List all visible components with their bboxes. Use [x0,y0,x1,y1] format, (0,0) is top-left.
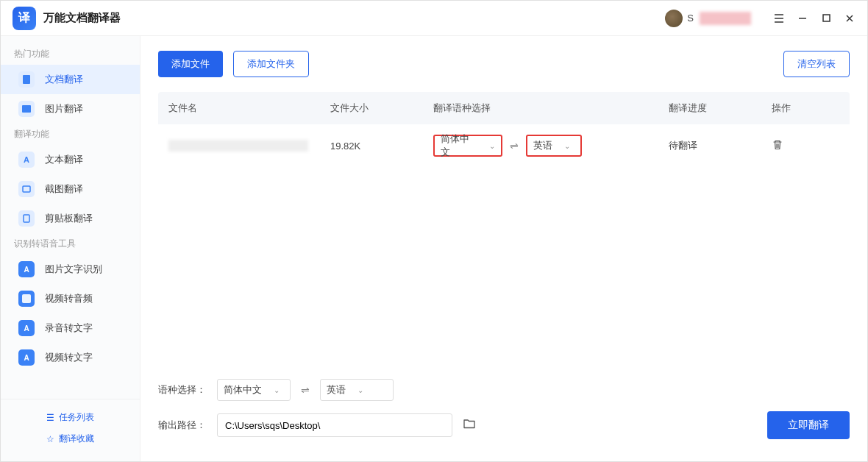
add-file-button[interactable]: 添加文件 [158,51,223,77]
row-source-lang-select[interactable]: 简体中文 ⌄ [433,135,502,157]
delete-row-button[interactable] [772,142,783,153]
ocr-icon: A [18,261,35,277]
footer-link-label: 翻译收藏 [59,433,94,445]
file-table: 文件名 文件大小 翻译语种选择 翻译进度 操作 19.82K 简体中文 ⌄ ⇌ [158,92,850,367]
video-text-icon: A [18,349,35,366]
video-audio-icon [18,291,35,307]
maximize-button[interactable] [820,13,832,24]
row-target-lang-select[interactable]: 英语 ⌄ [526,135,582,157]
svg-rect-2 [22,105,31,113]
translate-now-button[interactable]: 立即翻译 [767,411,850,439]
sidebar-item-label: 图片文字识别 [45,263,102,276]
output-path-input[interactable] [217,413,452,437]
sidebar-item-label: 录音转文字 [45,321,93,335]
sidebar-item-screenshot-translate[interactable]: 截图翻译 [1,174,140,204]
chevron-down-icon: ⌄ [274,386,280,394]
user-initial: S [687,13,694,24]
th-language: 翻译语种选择 [433,102,669,115]
footer-favorites[interactable]: ☆ 翻译收藏 [1,428,140,449]
main-content: 添加文件 添加文件夹 清空列表 文件名 文件大小 翻译语种选择 翻译进度 操作 … [140,36,867,461]
file-size-value: 19.82K [330,141,433,152]
filename-redacted [168,140,308,152]
screenshot-icon [18,181,35,197]
sidebar-item-label: 文本翻译 [45,153,83,166]
th-filesize: 文件大小 [330,102,433,115]
sidebar-item-label: 文档翻译 [45,73,83,86]
global-target-lang-select[interactable]: 英语 ⌄ [320,379,394,401]
svg-rect-0 [823,15,830,21]
list-icon: ☰ [46,413,54,423]
sidebar-item-label: 视频转文字 [45,351,93,364]
sidebar-item-label: 剪贴板翻译 [45,212,93,225]
sidebar-item-audio-to-text[interactable]: A 录音转文字 [1,313,140,343]
star-icon: ☆ [46,434,54,444]
global-source-lang-select[interactable]: 简体中文 ⌄ [217,379,291,401]
footer-task-list[interactable]: ☰ 任务列表 [1,407,140,428]
clear-list-button[interactable]: 清空列表 [783,51,850,77]
select-value: 简体中文 [224,383,262,397]
sidebar-item-label: 图片翻译 [45,102,83,115]
chevron-down-icon: ⌄ [489,142,495,150]
svg-rect-1 [23,75,30,84]
app-title: 万能文档翻译器 [43,11,121,25]
sidebar-section-hot: 热门功能 [1,43,140,65]
th-filename: 文件名 [168,102,330,115]
sidebar-item-label: 视频转音频 [45,292,93,305]
close-button[interactable] [844,13,855,24]
chevron-down-icon: ⌄ [357,386,363,394]
th-action: 操作 [772,102,839,115]
row-progress-value: 待翻译 [669,139,772,152]
svg-rect-3 [23,186,30,192]
app-logo-icon: 译 [13,7,36,30]
doc-icon [18,71,35,88]
sidebar-item-label: 截图翻译 [45,182,83,196]
toolbar: 添加文件 添加文件夹 清空列表 [158,51,850,77]
sidebar-item-ocr[interactable]: A 图片文字识别 [1,255,140,284]
sidebar: 热门功能 文档翻译 图片翻译 翻译功能 A 文本翻译 截图翻译 剪贴板翻译 识别… [1,36,140,461]
swap-icon[interactable]: ⇌ [301,384,310,396]
sidebar-item-image-translate[interactable]: 图片翻译 [1,94,140,124]
sidebar-item-doc-translate[interactable]: 文档翻译 [1,65,140,94]
select-value: 英语 [533,139,552,152]
sidebar-item-clipboard-translate[interactable]: 剪贴板翻译 [1,204,140,233]
svg-rect-5 [22,294,31,303]
minimize-button[interactable] [797,13,808,24]
global-lang-label: 语种选择： [158,383,207,397]
image-icon [18,101,35,117]
hamburger-icon[interactable] [773,13,785,24]
table-header: 文件名 文件大小 翻译语种选择 翻译进度 操作 [158,92,850,124]
swap-icon[interactable]: ⇌ [510,140,519,152]
add-folder-button[interactable]: 添加文件夹 [233,51,309,77]
sidebar-item-text-translate[interactable]: A 文本翻译 [1,145,140,174]
table-row: 19.82K 简体中文 ⌄ ⇌ 英语 ⌄ 待翻译 [158,124,850,167]
svg-rect-4 [24,215,29,222]
footer-link-label: 任务列表 [59,411,94,424]
output-path-label: 输出路径： [158,419,207,432]
browse-folder-button[interactable] [463,417,476,433]
select-value: 简体中文 [441,132,477,159]
bottom-controls: 语种选择： 简体中文 ⌄ ⇌ 英语 ⌄ 输出路径： 立即翻译 [158,367,850,449]
user-avatar-icon[interactable] [665,10,683,27]
select-value: 英语 [327,383,346,397]
audio-text-icon: A [18,320,35,336]
sidebar-item-video-to-audio[interactable]: 视频转音频 [1,284,140,313]
text-icon: A [18,152,35,168]
sidebar-item-video-to-text[interactable]: A 视频转文字 [1,343,140,372]
chevron-down-icon: ⌄ [564,142,570,150]
th-progress: 翻译进度 [669,102,772,115]
clipboard-icon [18,210,35,227]
user-name-redacted [700,12,751,25]
sidebar-section-translate: 翻译功能 [1,124,140,145]
titlebar: 译 万能文档翻译器 S [1,1,867,36]
sidebar-section-tools: 识别转语音工具 [1,233,140,255]
